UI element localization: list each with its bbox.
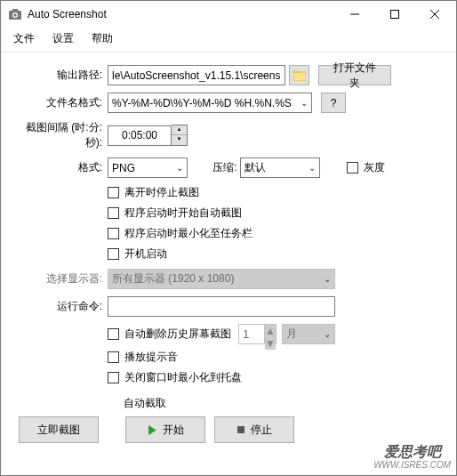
interval-input[interactable] [108, 125, 172, 146]
monitor-combo: 所有显示器 (1920 x 1080) ⌄ [108, 269, 335, 289]
svg-point-3 [13, 13, 16, 16]
browse-folder-button[interactable] [289, 65, 309, 85]
filename-format-value: %Y-%M-%D\%Y-%M-%D %H.%N.%S [112, 97, 292, 109]
auto-capture-label: 自动截取 [124, 396, 438, 411]
history-unit-value: 月 [286, 327, 297, 342]
chevron-down-icon: ⌄ [176, 163, 183, 173]
compression-label: 压缩: [212, 160, 237, 175]
svg-rect-10 [237, 426, 245, 433]
stop-on-leave-label: 离开时停止截图 [124, 185, 199, 200]
auto-delete-label: 自动删除历史屏幕截图 [124, 327, 231, 342]
filename-format-combo[interactable]: %Y-%M-%D\%Y-%M-%D %H.%N.%S ⌄ [108, 93, 312, 113]
watermark-line1: 爱思考吧 [373, 444, 451, 460]
titlebar: Auto Screenshot [1, 1, 456, 28]
maximize-button[interactable] [374, 2, 414, 28]
monitor-value: 所有显示器 (1920 x 1080) [112, 271, 234, 286]
auto-delete-checkbox[interactable] [108, 328, 119, 340]
command-row: 运行命令: [19, 296, 438, 317]
output-path-input[interactable] [108, 65, 285, 85]
menubar: 文件 设置 帮助 [1, 28, 456, 52]
svg-rect-5 [390, 11, 398, 19]
stop-button[interactable]: 停止 [214, 416, 294, 443]
history-count-input [238, 324, 265, 344]
auto-start-row: 程序启动时开始自动截图 [108, 206, 438, 221]
auto-start-label: 程序启动时开始自动截图 [124, 206, 242, 221]
chevron-down-icon: ⌄ [324, 274, 331, 284]
history-count-spinner: ▲ ▼ [238, 324, 277, 344]
watermark: 爱思考吧 WWW.ISRES.COM [373, 444, 451, 470]
chevron-down-icon: ⌄ [324, 329, 331, 339]
stop-on-leave-row: 离开时停止截图 [108, 185, 438, 200]
minimize-tray-checkbox[interactable] [108, 372, 119, 383]
start-button[interactable]: 开始 [125, 416, 205, 443]
run-on-boot-row: 开机启动 [108, 246, 438, 262]
auto-delete-row: 自动删除历史屏幕截图 ▲ ▼ 月 ⌄ [108, 324, 438, 344]
open-folder-button[interactable]: 打开文件夹 [318, 65, 391, 85]
interval-row: 截图间隔 (时:分:秒): ▲ ▼ [19, 120, 438, 150]
stop-on-leave-checkbox[interactable] [108, 187, 119, 198]
play-sound-label: 播放提示音 [124, 350, 178, 365]
output-path-row: 输出路径: 打开文件夹 [19, 65, 438, 85]
compression-combo[interactable]: 默认 ⌄ [240, 157, 320, 178]
monitor-label: 选择显示器: [19, 271, 108, 286]
play-icon [148, 425, 157, 435]
interval-down-button[interactable]: ▼ [172, 135, 187, 145]
output-path-label: 输出路径: [19, 68, 108, 83]
svg-rect-8 [293, 72, 306, 81]
minimize-launch-row: 程序启动时最小化至任务栏 [108, 226, 438, 241]
filename-format-label: 文件名格式: [19, 95, 108, 110]
monitor-row: 选择显示器: 所有显示器 (1920 x 1080) ⌄ [19, 269, 438, 289]
format-value: PNG [112, 162, 135, 174]
auto-start-checkbox[interactable] [108, 207, 119, 219]
menu-file[interactable]: 文件 [6, 29, 42, 48]
play-sound-checkbox[interactable] [108, 351, 119, 363]
minimize-launch-checkbox[interactable] [108, 228, 119, 239]
svg-rect-1 [12, 9, 18, 12]
history-unit-combo: 月 ⌄ [282, 324, 335, 344]
format-label: 格式: [19, 160, 108, 175]
play-sound-row: 播放提示音 [108, 350, 438, 365]
format-combo[interactable]: PNG ⌄ [108, 157, 188, 178]
interval-spinner[interactable]: ▲ ▼ [108, 125, 188, 146]
interval-up-button[interactable]: ▲ [172, 125, 187, 135]
run-on-boot-label: 开机启动 [124, 246, 167, 262]
capture-now-button[interactable]: 立即截图 [19, 416, 99, 443]
command-input[interactable] [108, 296, 335, 317]
content: 输出路径: 打开文件夹 文件名格式: %Y-%M-%D\%Y-%M-%D %H.… [1, 52, 456, 475]
watermark-line2: WWW.ISRES.COM [373, 460, 451, 470]
history-down-button: ▼ [265, 337, 276, 350]
command-label: 运行命令: [19, 299, 108, 314]
filename-help-button[interactable]: ? [321, 93, 346, 113]
compression-value: 默认 [245, 160, 266, 175]
window: Auto Screenshot 文件 设置 帮助 输出路径: [0, 0, 457, 476]
close-button[interactable] [414, 2, 454, 28]
filename-format-row: 文件名格式: %Y-%M-%D\%Y-%M-%D %H.%N.%S ⌄ ? [19, 93, 438, 113]
run-on-boot-checkbox[interactable] [108, 248, 119, 260]
minimize-launch-label: 程序启动时最小化至任务栏 [124, 226, 253, 241]
chevron-down-icon: ⌄ [309, 163, 316, 173]
chevron-down-icon: ⌄ [301, 98, 308, 108]
history-up-button: ▲ [265, 325, 276, 337]
grayscale-label: 灰度 [364, 160, 385, 175]
format-row: 格式: PNG ⌄ 压缩: 默认 ⌄ 灰度 [19, 157, 438, 178]
menu-help[interactable]: 帮助 [84, 29, 120, 48]
minimize-button[interactable] [334, 2, 374, 28]
grayscale-checkbox[interactable] [347, 162, 358, 173]
stop-icon [237, 425, 245, 434]
minimize-tray-row: 关闭窗口时最小化到托盘 [108, 370, 438, 385]
bottom-row: 立即截图 开始 停止 [19, 416, 438, 443]
camera-icon [8, 7, 22, 21]
window-title: Auto Screenshot [28, 8, 107, 20]
minimize-tray-label: 关闭窗口时最小化到托盘 [124, 370, 242, 385]
svg-marker-9 [148, 425, 156, 435]
menu-settings[interactable]: 设置 [45, 29, 81, 48]
interval-label: 截图间隔 (时:分:秒): [19, 120, 108, 150]
